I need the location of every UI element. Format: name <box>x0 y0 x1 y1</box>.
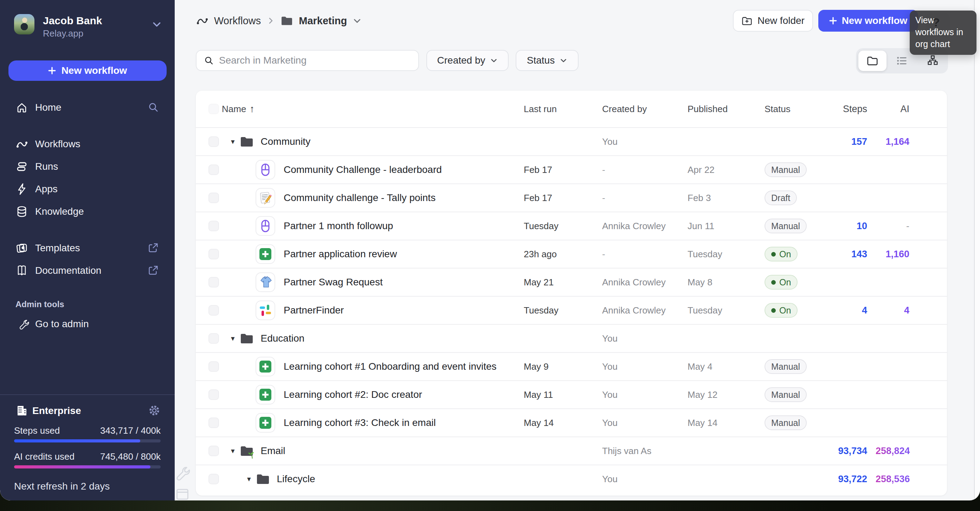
row-name: Learning cohort #1 Onboarding and event … <box>284 361 497 372</box>
workspace-switcher[interactable]: Jacob Bank Relay.app <box>14 14 164 35</box>
cell-steps: 4 <box>835 305 876 316</box>
sidebar-new-workflow-label: New workflow <box>62 65 127 76</box>
breadcrumb-current-folder[interactable]: Marketing <box>299 15 347 27</box>
table-row[interactable]: Partner 1 month followup Tuesday Annika … <box>196 212 947 240</box>
row-checkbox[interactable] <box>208 249 219 259</box>
sidebar-item-apps[interactable]: Apps <box>0 178 175 200</box>
row-checkbox[interactable] <box>208 333 219 344</box>
disclosure-triangle-icon[interactable]: ▾ <box>231 447 235 455</box>
disclosure-triangle-icon[interactable]: ▾ <box>231 334 235 343</box>
sidebar: Jacob Bank Relay.app New workflow Home W… <box>0 0 175 500</box>
search-icon[interactable] <box>147 101 159 113</box>
sheets-icon <box>256 413 275 433</box>
table-row[interactable]: ▾ Lifecycle You 93,722 258,536 <box>196 465 947 493</box>
sidebar-item-documentation[interactable]: Documentation <box>0 259 175 282</box>
disclosure-triangle-icon[interactable]: ▾ <box>231 137 235 146</box>
table-row[interactable]: Learning cohort #3: Check in email May 1… <box>196 408 947 436</box>
cell-ai: 1,160 <box>876 249 923 260</box>
row-checkbox[interactable] <box>208 389 219 400</box>
sidebar-item-go-to-admin[interactable]: Go to admin <box>0 313 175 335</box>
breadcrumb-workflows[interactable]: Workflows <box>214 15 261 27</box>
floating-wrench-icon[interactable] <box>175 465 190 481</box>
table-row[interactable]: Partner Swag Request May 21 Annika Crowl… <box>196 268 947 296</box>
select-all-checkbox[interactable] <box>208 103 219 114</box>
sidebar-item-label: Knowledge <box>35 206 84 217</box>
row-checkbox[interactable] <box>208 164 219 175</box>
row-name: Education <box>261 333 305 344</box>
cell-published: May 12 <box>687 389 765 400</box>
cell-status: Manual <box>765 162 835 177</box>
gear-icon[interactable] <box>148 404 161 417</box>
table-row[interactable]: ▾ Education You <box>196 324 947 352</box>
steps-used-bar <box>14 439 161 443</box>
sidebar-new-workflow-button[interactable]: New workflow <box>8 60 167 81</box>
sidebar-item-workflows[interactable]: Workflows <box>0 133 175 155</box>
row-name: Community <box>261 136 311 147</box>
cell-created-by: You <box>602 389 687 400</box>
chevron-right-icon <box>266 16 275 25</box>
table-row[interactable]: Learning cohort #2: Doc creator May 11 Y… <box>196 380 947 408</box>
row-checkbox[interactable] <box>208 446 219 456</box>
status-filter[interactable]: Status <box>515 50 579 71</box>
column-created-by[interactable]: Created by <box>602 103 687 115</box>
table-row[interactable]: ▾ Email Thijs van As 93,734 258,824 <box>196 436 947 465</box>
column-ai[interactable]: AI <box>876 103 923 115</box>
building-icon <box>16 404 28 417</box>
table-row[interactable]: Community challenge - Tally points Feb 1… <box>196 183 947 212</box>
floating-window-icon[interactable] <box>175 486 190 500</box>
cell-created-by: You <box>602 333 687 344</box>
column-steps[interactable]: Steps <box>835 103 876 115</box>
sidebar-item-templates[interactable]: Templates <box>0 237 175 259</box>
mouse-icon <box>256 216 275 236</box>
search-input[interactable] <box>219 55 418 66</box>
table-row[interactable]: Learning cohort #1 Onboarding and event … <box>196 352 947 380</box>
scrollbar-gutter[interactable] <box>974 0 980 500</box>
created-by-filter[interactable]: Created by <box>426 50 509 71</box>
status-badge: Manual <box>765 359 807 374</box>
table-row[interactable]: PartnerFinder Tuesday Annika Crowley Tue… <box>196 296 947 324</box>
sheets-icon <box>256 385 275 404</box>
org-chart-icon <box>927 55 939 67</box>
new-folder-button[interactable]: New folder <box>733 10 813 32</box>
sidebar-item-knowledge[interactable]: Knowledge <box>0 200 175 223</box>
row-checkbox[interactable] <box>208 305 219 315</box>
row-checkbox[interactable] <box>208 193 219 203</box>
sort-ascending-icon: ↑ <box>250 103 255 115</box>
sidebar-item-home[interactable]: Home <box>0 96 175 119</box>
row-checkbox[interactable] <box>208 277 219 288</box>
chevron-down-icon[interactable] <box>353 16 362 25</box>
view-toggle-folder[interactable] <box>858 51 886 71</box>
cell-created-by: You <box>602 417 687 428</box>
sidebar-item-label: Documentation <box>35 265 101 276</box>
book-icon <box>16 264 28 277</box>
sidebar-item-runs[interactable]: Runs <box>0 155 175 178</box>
admin-tools-section-label: Admin tools <box>16 299 64 309</box>
column-status[interactable]: Status <box>765 103 835 115</box>
row-checkbox[interactable] <box>208 417 219 428</box>
table-row[interactable]: Community Challenge - leaderboard Feb 17… <box>196 155 947 183</box>
row-checkbox[interactable] <box>208 474 219 484</box>
cell-published: May 4 <box>687 361 765 372</box>
table-row[interactable]: Partner application review 23h ago - Tue… <box>196 240 947 268</box>
column-published[interactable]: Published <box>687 103 765 115</box>
column-last-run[interactable]: Last run <box>524 103 602 115</box>
disclosure-triangle-icon[interactable]: ▾ <box>247 475 251 483</box>
table-header: Name ↑ Last run Created by Published Sta… <box>196 91 947 127</box>
table-row[interactable]: ▾ Community You 157 1,164 <box>196 127 947 155</box>
plan-name: Enterprise <box>32 405 81 417</box>
header-new-workflow-label: New workflow <box>842 15 908 26</box>
cell-last-run: May 9 <box>524 361 602 372</box>
usage-panel: Enterprise Steps used 343,717 / 400k AI … <box>0 394 175 500</box>
sheets-icon <box>256 357 275 376</box>
column-name[interactable]: Name ↑ <box>222 103 255 115</box>
cell-steps: 143 <box>835 249 876 260</box>
cell-created-by: You <box>602 136 687 147</box>
cell-published: May 14 <box>687 417 765 428</box>
folder-icon <box>240 136 254 148</box>
row-checkbox[interactable] <box>208 136 219 147</box>
templates-icon <box>16 242 28 255</box>
workflow-table: Name ↑ Last run Created by Published Sta… <box>196 91 947 495</box>
row-checkbox[interactable] <box>208 361 219 372</box>
row-checkbox[interactable] <box>208 221 219 231</box>
header-new-workflow-button[interactable]: New workflow <box>818 10 918 32</box>
